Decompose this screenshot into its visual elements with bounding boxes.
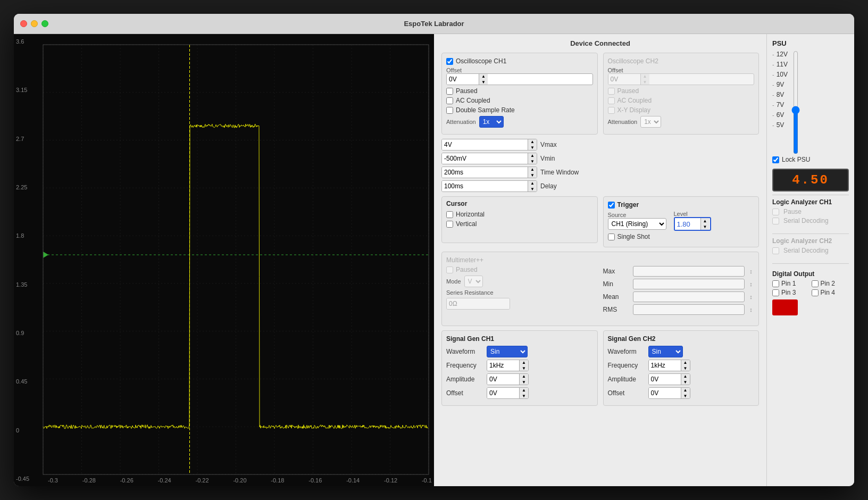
psu-12v-dash: -: [772, 51, 774, 57]
multimeter-min-label: Min: [603, 280, 630, 288]
siggen-ch1-amp-down[interactable]: ▼: [520, 379, 528, 385]
siggen-ch1-waveform-select[interactable]: Sin Square Sawtooth: [487, 346, 528, 357]
ch1-double-checkbox[interactable]: [446, 107, 453, 114]
siggen-ch1-offset-down[interactable]: ▼: [520, 393, 528, 399]
timewindow-down[interactable]: ▼: [528, 172, 537, 178]
ch1-ac-checkbox[interactable]: [446, 97, 453, 104]
siggen-ch2-offset-spinner[interactable]: ▲ ▼: [648, 387, 690, 399]
ch2-offset-up: ▲: [641, 73, 649, 79]
timewindow-input[interactable]: [442, 167, 528, 178]
pin2-label: Pin 2: [821, 280, 835, 287]
ch1-offset-down[interactable]: ▼: [479, 79, 488, 85]
vmin-input[interactable]: [442, 153, 528, 164]
ch1-offset-label: Offset: [446, 67, 593, 73]
trigger-level-up[interactable]: ▲: [701, 218, 710, 224]
siggen-ch2-freq-down[interactable]: ▼: [681, 365, 690, 371]
psu-5v-row: - 5V: [772, 121, 788, 129]
trigger-level-spinner[interactable]: ▲ ▼: [674, 217, 711, 231]
siggen-ch1-offset-spinner[interactable]: ▲ ▼: [487, 387, 529, 399]
delay-input[interactable]: [442, 181, 528, 191]
close-button[interactable]: [20, 20, 27, 27]
ch1-ac-label: AC Coupled: [456, 97, 490, 104]
ch1-atten-label: Attenuation: [446, 119, 476, 125]
vmax-label: Vmax: [540, 141, 557, 148]
ch1-paused-checkbox[interactable]: [446, 88, 453, 95]
ch2-ac-checkbox: [608, 97, 615, 104]
minimize-button[interactable]: [31, 20, 38, 27]
pin1-checkbox[interactable]: [772, 280, 779, 287]
oscilloscope-display: 3.6 3.15 2.7 2.25 1.8 1.35 0.9 0.45 0 -0…: [14, 34, 434, 486]
trigger-section: Trigger Source CH1 (Rising) CH1 (Falling…: [603, 196, 760, 247]
siggen-ch1-freq-down[interactable]: ▼: [520, 365, 528, 371]
lock-psu-label: Lock PSU: [782, 156, 810, 163]
vmin-up[interactable]: ▲: [528, 153, 537, 159]
app-window: EspoTek Labrador 3.6 3.15 2.7 2.25 1.8 1…: [14, 14, 854, 486]
logic-ch1-title: Logic Analyzer CH1: [772, 198, 849, 206]
ch1-enable-checkbox[interactable]: [446, 58, 453, 65]
vmin-spinner[interactable]: ▲ ▼: [441, 153, 537, 164]
ch1-section: Oscilloscope CH1 Offset ▲ ▼: [441, 53, 598, 135]
maximize-button[interactable]: [41, 20, 48, 27]
pin3-checkbox[interactable]: [772, 289, 779, 296]
siggen-ch2-amp-down[interactable]: ▼: [681, 379, 690, 385]
delay-up[interactable]: ▲: [528, 180, 537, 186]
timewindow-up[interactable]: ▲: [528, 166, 537, 172]
siggen-ch2-offset-up[interactable]: ▲: [681, 387, 690, 393]
siggen-ch2-waveform-select[interactable]: Sin Square: [648, 346, 683, 357]
psu-6v-row: - 6V: [772, 111, 788, 119]
siggen-ch1-amp-spinner[interactable]: ▲ ▼: [487, 373, 529, 385]
vmax-input[interactable]: [442, 139, 528, 150]
vmin-down[interactable]: ▼: [528, 159, 537, 164]
siggen-ch1-freq-input[interactable]: [487, 360, 519, 371]
ch1-offset-row: Offset ▲ ▼: [446, 67, 593, 85]
trigger-source-select[interactable]: CH1 (Rising) CH1 (Falling) CH2 (Rising) …: [608, 218, 666, 230]
siggen-ch1-offset-input[interactable]: [487, 388, 519, 398]
ch2-section: Oscilloscope CH2 Offset ▲ ▼: [603, 53, 760, 135]
siggen-ch1-freq-up[interactable]: ▲: [520, 360, 528, 365]
ch1-atten-select[interactable]: 1x 10x: [479, 116, 504, 128]
timewindow-spinner[interactable]: ▲ ▼: [441, 166, 537, 178]
ch1-offset-input[interactable]: [447, 74, 479, 85]
siggen-ch2-offset-down[interactable]: ▼: [681, 393, 690, 399]
siggen-ch1-amp-input[interactable]: [487, 374, 519, 385]
trigger-level-input[interactable]: [675, 218, 700, 230]
siggen-ch2-freq-up[interactable]: ▲: [681, 360, 690, 365]
siggen-ch2-freq-input[interactable]: [649, 360, 681, 371]
siggen-ch1-freq-spinner[interactable]: ▲ ▼: [487, 360, 529, 371]
trigger-singleshot-checkbox[interactable]: [608, 234, 615, 240]
vmax-up[interactable]: ▲: [528, 139, 537, 145]
multimeter-mode-row: Mode V: [446, 276, 598, 287]
digital-output-title: Digital Output: [772, 270, 849, 278]
siggen-ch2-amp-spinner[interactable]: ▲ ▼: [648, 373, 690, 385]
siggen-ch2-freq-spinner[interactable]: ▲ ▼: [648, 360, 690, 371]
delay-spinner[interactable]: ▲ ▼: [441, 180, 537, 192]
pin4-checkbox[interactable]: [812, 289, 819, 296]
siggen-ch2-amp-input[interactable]: [649, 374, 681, 385]
psu-slider[interactable]: [790, 51, 802, 154]
multimeter-section: Multimeter++ Paused Mode V: [441, 252, 759, 326]
ch1-offset-up[interactable]: ▲: [479, 73, 488, 79]
vmax-spinner[interactable]: ▲ ▼: [441, 139, 537, 151]
psu-slider-container: [790, 51, 802, 156]
multimeter-mean-row: Mean ↕: [603, 291, 755, 302]
delay-down[interactable]: ▼: [528, 186, 537, 192]
siggen-ch1-freq-row: Frequency ▲ ▼: [446, 360, 593, 371]
siggen-ch2-amp-up[interactable]: ▲: [681, 373, 690, 379]
pin2-checkbox[interactable]: [812, 280, 819, 287]
siggen-ch1-title: Signal Gen CH1: [446, 335, 593, 343]
ch1-offset-spinner[interactable]: ▲ ▼: [446, 73, 593, 85]
siggen-ch1-amp-up[interactable]: ▲: [520, 373, 528, 379]
trigger-level-down[interactable]: ▼: [701, 224, 710, 230]
timewindow-btns: ▲ ▼: [528, 166, 537, 178]
siggen-ch1-offset-up[interactable]: ▲: [520, 387, 528, 393]
cursor-vert-checkbox[interactable]: [446, 221, 453, 228]
siggen-ch2-offset-input[interactable]: [649, 388, 681, 398]
pin3-row: Pin 3: [772, 289, 810, 296]
siggen-ch2-waveform-row: Waveform Sin Square: [608, 346, 755, 357]
vmax-down[interactable]: ▼: [528, 145, 537, 151]
logic-ch1-serial-label: Serial Decoding: [783, 217, 829, 224]
lock-psu-checkbox[interactable]: [772, 156, 779, 163]
trigger-checkbox[interactable]: [608, 202, 615, 209]
ch2-xy-label: X-Y Display: [617, 106, 650, 114]
cursor-horiz-checkbox[interactable]: [446, 211, 453, 218]
